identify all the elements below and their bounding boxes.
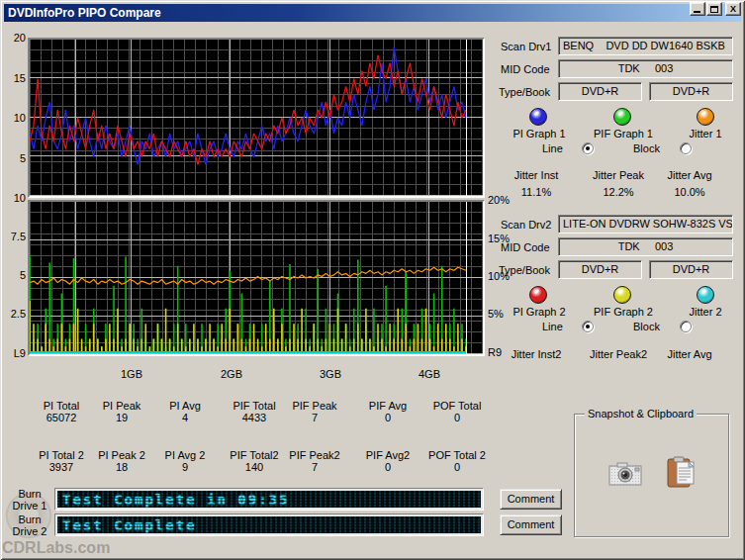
jitter-inst2-label: Jitter Inst2	[492, 348, 581, 360]
mid-code-1-field[interactable]: TDK 003	[558, 59, 733, 78]
scan-drv1-field[interactable]: BENQ DVD DD DW1640 BSKB	[558, 37, 733, 55]
line2-label: Line	[542, 321, 563, 332]
jitter2-label: Jitter 2	[661, 306, 745, 318]
scan-drv2-field[interactable]: LITE-ON DVDRW SOHW-832S VS0A	[558, 215, 733, 233]
block2-radio[interactable]	[680, 321, 692, 332]
pi-graph2-label: PI Graph 2	[495, 306, 584, 318]
pi-graph2-led[interactable]	[529, 286, 547, 304]
y-axis-tick: 5	[0, 152, 26, 164]
burn2-label-line2: Drive 2	[8, 525, 51, 537]
jitter-inst1-value: 11.1%	[492, 186, 581, 198]
maximize-button[interactable]	[706, 2, 722, 16]
cdrlabs-watermark: CDRLabs.com	[2, 539, 110, 557]
pi-chart-plot-area	[30, 40, 483, 196]
x-axis-tick: 4GB	[410, 368, 449, 380]
pi-comparison-chart	[28, 38, 485, 198]
x-axis-tick: 1GB	[112, 368, 151, 380]
pif-graph1-label: PIF Graph 1	[579, 128, 668, 140]
comment2-button[interactable]: Comment	[500, 514, 562, 535]
y-axis-tick: 5	[0, 269, 26, 281]
pif-graph2-label: PIF Graph 2	[579, 306, 668, 318]
type-book-1-label: Type/Book	[499, 86, 550, 98]
chart-position-marker	[466, 40, 467, 196]
chart-position-marker	[466, 202, 467, 354]
pif-graph1-led[interactable]	[613, 108, 631, 126]
burn-drive1-status-text: Test Complete in 09:35	[62, 492, 289, 508]
jitter-inst1-label: Jitter Inst	[492, 169, 581, 181]
y-axis-tick: 20	[0, 32, 26, 44]
camera-icon	[608, 460, 642, 486]
scan-drv1-label: Scan Drv1	[501, 41, 551, 52]
line1-radio[interactable]	[582, 142, 594, 154]
title-bar[interactable]: DVDInfoPro PIPO Compare	[4, 4, 741, 22]
x-axis-tick: 3GB	[311, 368, 350, 380]
pi-graph1-label: PI Graph 1	[495, 128, 584, 140]
pif-chart-plot-area	[30, 202, 483, 354]
minimize-icon	[694, 11, 700, 13]
pif-jitter-comparison-chart	[28, 200, 485, 356]
type-2-field[interactable]: DVD+R	[558, 260, 642, 279]
pif-chart-series	[30, 202, 483, 354]
close-button[interactable]: X	[725, 2, 741, 16]
book-2-field[interactable]: DVD+R	[649, 260, 733, 279]
stat-pof-total-value: 0	[413, 412, 502, 423]
block1-radio[interactable]	[680, 142, 692, 154]
app-window: DVDInfoPro PIPO Compare X 20 15 10 5 10 …	[0, 0, 745, 560]
burn1-label-line1: Burn	[8, 488, 51, 500]
snapshot-group-title: Snapshot & Clipboard	[585, 408, 697, 420]
jitter1-led[interactable]	[697, 108, 714, 126]
clipboard-icon	[667, 456, 695, 488]
maximize-icon	[710, 6, 718, 13]
jitter-avg2-label: Jitter Avg	[645, 348, 734, 360]
type-1-field[interactable]: DVD+R	[558, 82, 642, 101]
window-title: DVDInfoPro PIPO Compare	[8, 6, 161, 20]
clipboard-copy-button[interactable]	[667, 456, 695, 492]
jitter1-label: Jitter 1	[661, 128, 745, 140]
jitter2-led[interactable]	[697, 286, 714, 304]
y-axis-tick: 10	[0, 192, 26, 204]
burn-drive1-status-display: Test Complete in 09:35	[54, 488, 484, 511]
pi-chart-series	[30, 40, 483, 196]
stat-pof-total-2: POF Total 20	[413, 449, 502, 473]
stat-pof-total-2-value: 0	[413, 461, 502, 473]
y-axis-tick: 7.5	[0, 231, 26, 242]
y-axis-tick: 15	[0, 72, 26, 84]
mid-code-2-label: MID Code	[501, 241, 550, 253]
y-axis-corner-label: L9	[0, 347, 26, 359]
y-axis-tick: 10	[0, 112, 26, 124]
burn2-label-line1: Burn	[8, 513, 51, 525]
pif-graph2-led[interactable]	[613, 286, 631, 304]
comment1-button[interactable]: Comment	[500, 489, 562, 510]
line1-label: Line	[542, 142, 563, 154]
snapshot-clipboard-group: Snapshot & Clipboard	[574, 414, 729, 537]
type-book-2-label: Type/Book	[499, 264, 550, 276]
scan-drv2-label: Scan Drv2	[501, 219, 551, 231]
snapshot-camera-button[interactable]	[608, 460, 642, 490]
jitter-avg1-label: Jitter Avg	[645, 169, 734, 181]
burn-drive2-status-display: Test Complete	[54, 513, 484, 536]
minimize-button[interactable]	[690, 2, 705, 16]
burn1-label-line2: Drive 1	[8, 500, 51, 512]
x-axis-tick: 2GB	[212, 368, 251, 380]
book-1-field[interactable]: DVD+R	[649, 82, 733, 101]
pi-graph1-led[interactable]	[529, 108, 547, 126]
burn-drive2-status-text: Test Complete	[62, 517, 197, 533]
mid-code-2-field[interactable]: TDK 003	[558, 237, 733, 256]
mid-code-1-label: MID Code	[501, 63, 550, 75]
block1-label: Block	[633, 142, 660, 154]
jitter-avg1-value: 10.0%	[645, 186, 734, 198]
stat-pof-total: POF Total0	[413, 400, 502, 423]
block2-label: Block	[633, 321, 660, 332]
y-axis-tick: 2.5	[0, 308, 26, 320]
line2-radio[interactable]	[582, 321, 594, 332]
